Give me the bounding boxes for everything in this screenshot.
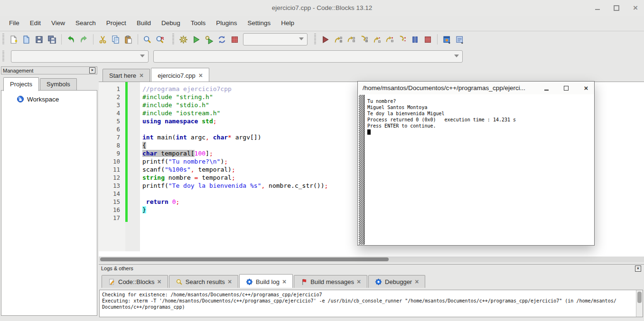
redo-button[interactable]	[77, 33, 90, 46]
copy-button[interactable]	[109, 33, 122, 46]
tab-close-icon[interactable]: ×	[282, 279, 286, 284]
toolbar-gripper[interactable]	[314, 34, 316, 45]
tab-close-icon[interactable]: ×	[158, 279, 161, 284]
projects-tree[interactable]: Workspace	[1, 90, 97, 316]
fold-margin[interactable]	[128, 198, 140, 206]
undo-button[interactable]	[65, 33, 77, 46]
close-button[interactable]: ×	[632, 4, 639, 12]
menu-search[interactable]: Search	[70, 16, 101, 31]
next-line-button[interactable]	[345, 33, 357, 46]
editor-hscrollbar[interactable]	[99, 257, 644, 262]
menu-tools[interactable]: Tools	[186, 16, 211, 31]
build-and-run-button[interactable]	[203, 33, 215, 46]
build-button[interactable]	[177, 33, 190, 46]
fold-margin[interactable]	[128, 157, 140, 165]
tree-item-workspace[interactable]: Workspace	[17, 95, 97, 103]
fold-margin[interactable]	[128, 182, 140, 190]
new-file-button[interactable]	[7, 33, 20, 46]
fold-margin[interactable]	[128, 165, 140, 174]
debugging-windows-button[interactable]	[440, 33, 453, 46]
logs-tab-code-blocks[interactable]: Code::Blocks×	[102, 275, 168, 288]
abort-build-button[interactable]	[228, 33, 241, 46]
various-info-button[interactable]	[453, 33, 466, 46]
management-close-icon[interactable]: ×	[89, 67, 95, 73]
editor-hscrollbar-thumb[interactable]	[100, 257, 389, 261]
xterm-minimize-button[interactable]	[543, 85, 550, 92]
logs-close-icon[interactable]: ×	[635, 266, 641, 272]
logs-tab-build-messages[interactable]: Build messages×	[294, 275, 367, 288]
fold-margin[interactable]	[128, 93, 140, 101]
terminal-line: Miguel Santos Montoya	[367, 104, 516, 110]
menu-plugins[interactable]: Plugins	[211, 16, 242, 31]
next-instruction-button[interactable]	[383, 33, 396, 46]
run-to-cursor-button[interactable]	[332, 33, 345, 46]
tab-projects[interactable]: Projects	[3, 77, 39, 91]
fold-margin[interactable]	[128, 125, 140, 133]
xterm-scrollbar[interactable]	[359, 95, 364, 245]
menu-file[interactable]: File	[4, 16, 25, 31]
toolbar-gripper[interactable]	[2, 51, 4, 62]
xterm-close-button[interactable]: ×	[583, 85, 589, 92]
log-vscrollbar[interactable]	[636, 290, 643, 317]
fold-margin[interactable]	[128, 174, 140, 182]
menu-edit[interactable]: Edit	[25, 16, 46, 31]
menu-settings[interactable]: Settings	[243, 16, 276, 31]
menu-project[interactable]: Project	[101, 16, 131, 31]
break-debugger-button[interactable]	[409, 33, 421, 46]
logs-tab-debugger[interactable]: Debugger×	[368, 275, 425, 288]
scope-combo[interactable]	[11, 50, 149, 63]
save-all-button[interactable]	[46, 33, 58, 46]
tab-close-icon[interactable]: ×	[140, 73, 143, 78]
log-vscrollbar-thumb[interactable]	[637, 292, 642, 303]
tab-close-icon[interactable]: ×	[415, 279, 419, 284]
menu-view[interactable]: View	[46, 16, 70, 31]
fold-margin[interactable]	[128, 133, 140, 141]
fold-margin[interactable]	[128, 117, 140, 125]
menu-debug[interactable]: Debug	[156, 16, 186, 31]
maximize-button[interactable]	[613, 4, 620, 12]
tab-close-icon[interactable]: ×	[357, 279, 361, 284]
toolbar-separator	[138, 34, 138, 45]
step-into-instruction-button[interactable]	[396, 33, 409, 46]
step-into-button[interactable]	[357, 33, 370, 46]
replace-button[interactable]: R	[154, 33, 167, 46]
toolbar-gripper[interactable]	[2, 34, 4, 45]
replace-icon: R	[156, 35, 165, 44]
logs-tab-search-results[interactable]: Search results×	[169, 275, 238, 288]
fold-margin[interactable]	[128, 190, 140, 198]
xterm-maximize-button[interactable]	[563, 85, 569, 92]
fold-margin[interactable]	[128, 149, 140, 157]
symbol-combo[interactable]	[153, 50, 463, 63]
xterm-titlebar[interactable]: /home/msantos/Documentos/c++/programas_c…	[358, 82, 594, 95]
fold-margin[interactable]	[128, 206, 140, 214]
editor-tab-ejercicio7-cpp[interactable]: ejercicio7.cpp×	[151, 68, 209, 82]
toolbar-gripper[interactable]	[172, 34, 174, 45]
cut-button[interactable]	[96, 33, 109, 46]
save-file-button[interactable]	[33, 33, 46, 46]
xterm-body[interactable]: Tu nombre?Miguel Santos MontoyaTe doy la…	[358, 94, 594, 245]
logs-tab-build-log[interactable]: Build log×	[239, 274, 293, 288]
editor-tab-start-here[interactable]: Start here×	[103, 69, 150, 82]
menu-build[interactable]: Build	[131, 16, 156, 31]
find-button[interactable]	[141, 33, 154, 46]
build-target-combo[interactable]	[243, 33, 308, 46]
fold-margin[interactable]	[128, 109, 140, 117]
tab-close-icon[interactable]: ×	[228, 279, 232, 284]
debug-continue-button[interactable]	[319, 33, 332, 46]
rebuild-button[interactable]	[215, 33, 228, 46]
step-out-button[interactable]	[370, 33, 383, 46]
tab-symbols[interactable]: Symbols	[40, 78, 77, 91]
fold-margin[interactable]	[128, 141, 140, 149]
menu-help[interactable]: Help	[276, 16, 299, 31]
fold-margin[interactable]	[128, 101, 140, 109]
management-caption: Management ×	[1, 66, 97, 74]
minimize-button[interactable]	[594, 4, 601, 12]
toolbar-separator	[93, 34, 93, 45]
tab-close-icon[interactable]: ×	[199, 73, 203, 78]
paste-button[interactable]	[122, 33, 135, 46]
open-file-button[interactable]	[20, 33, 33, 46]
run-button[interactable]	[190, 33, 203, 46]
fold-margin[interactable]	[128, 214, 140, 222]
fold-margin[interactable]	[128, 85, 140, 93]
stop-debugger-button[interactable]	[421, 33, 434, 46]
